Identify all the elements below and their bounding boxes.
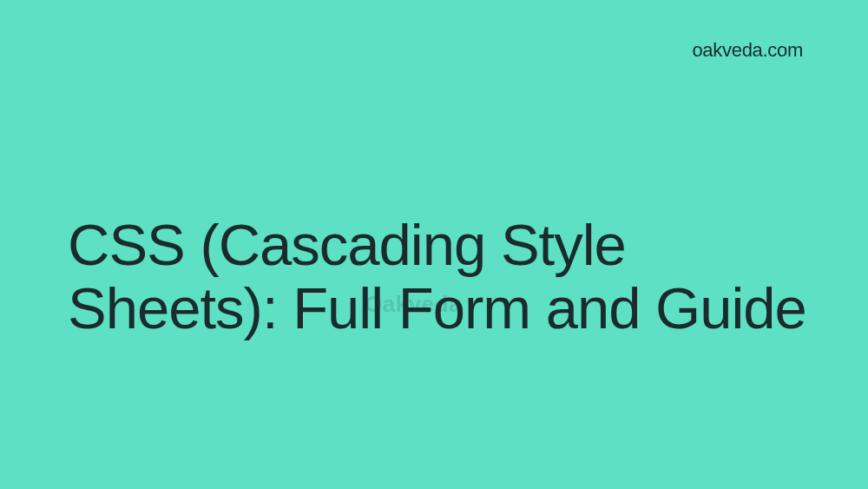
page-title: CSS (Cascading Style Sheets): Full Form … xyxy=(68,213,816,340)
brand-label: oakveda.com xyxy=(692,39,803,62)
